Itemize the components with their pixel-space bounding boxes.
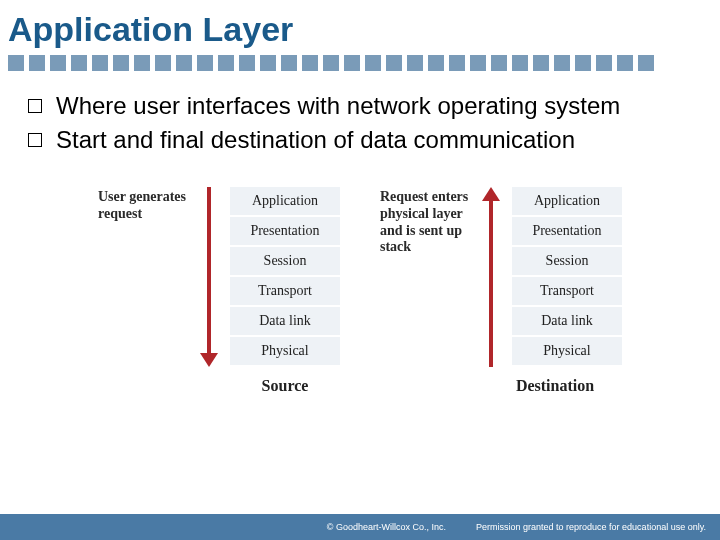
decor-squares xyxy=(0,55,720,81)
layer-box: Data link xyxy=(230,307,340,337)
layer-box: Transport xyxy=(512,277,622,307)
footer-bar: © Goodheart-Willcox Co., Inc. Permission… xyxy=(0,514,720,540)
source-stack: Application Presentation Session Transpo… xyxy=(230,187,340,367)
osi-diagram: User generates request Application Prese… xyxy=(0,169,720,367)
bullet-item: Start and final destination of data comm… xyxy=(28,125,700,155)
layer-box: Data link xyxy=(512,307,622,337)
footer-copyright: © Goodheart-Willcox Co., Inc. xyxy=(327,522,446,532)
destination-stack: Application Presentation Session Transpo… xyxy=(512,187,622,367)
source-label: Source xyxy=(110,377,340,395)
source-caption: User generates request xyxy=(98,187,188,223)
layer-box: Session xyxy=(230,247,340,277)
layer-box: Application xyxy=(230,187,340,217)
page-title: Application Layer xyxy=(0,0,720,55)
layer-box: Transport xyxy=(230,277,340,307)
footer-permission: Permission granted to reproduce for educ… xyxy=(476,522,706,532)
layer-box: Presentation xyxy=(512,217,622,247)
destination-caption: Request enters physical layer and is sen… xyxy=(380,187,470,256)
layer-box: Application xyxy=(512,187,622,217)
bullet-item: Where user interfaces with network opera… xyxy=(28,91,700,121)
destination-label: Destination xyxy=(380,377,610,395)
layer-box: Physical xyxy=(512,337,622,367)
destination-column: Request enters physical layer and is sen… xyxy=(380,187,622,367)
bullet-list: Where user interfaces with network opera… xyxy=(0,81,720,169)
layer-box: Physical xyxy=(230,337,340,367)
arrow-up-icon xyxy=(482,187,500,367)
arrow-down-icon xyxy=(200,187,218,367)
stack-labels: Source Destination xyxy=(0,367,720,395)
source-column: User generates request Application Prese… xyxy=(98,187,340,367)
layer-box: Session xyxy=(512,247,622,277)
layer-box: Presentation xyxy=(230,217,340,247)
